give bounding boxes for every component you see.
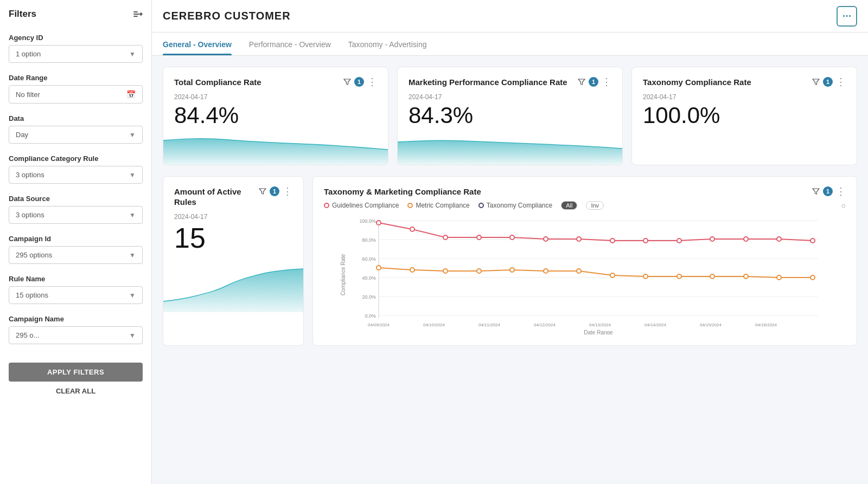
filter-label-compliance-category: Compliance Category Rule xyxy=(9,154,143,163)
svg-point-42 xyxy=(410,268,414,272)
svg-marker-3 xyxy=(141,12,143,16)
more-options-button[interactable]: ··· xyxy=(837,6,857,27)
card-chart-marketing-compliance xyxy=(398,132,622,165)
svg-point-37 xyxy=(710,237,714,241)
svg-point-30 xyxy=(477,235,481,240)
card-menu-line-chart[interactable]: ⋮ xyxy=(836,186,846,196)
filter-group-data-source: Data Source 3 options ▼ xyxy=(0,189,151,229)
card-value-taxonomy-compliance: 100.0% xyxy=(643,103,846,128)
svg-point-46 xyxy=(544,269,548,273)
svg-text:20.0%: 20.0% xyxy=(362,294,376,300)
svg-point-45 xyxy=(510,268,514,272)
dashboard: Total Compliance Rate 1 ⋮ 2024-04-17 84.… xyxy=(152,56,868,484)
filter-icon-total-compliance[interactable] xyxy=(343,78,351,86)
svg-point-48 xyxy=(610,273,615,278)
filter-group-campaign-name: Campaign Name 295 o... ▼ xyxy=(0,309,151,350)
svg-point-54 xyxy=(810,275,815,280)
apply-filters-button[interactable]: APPLY FILTERS xyxy=(9,363,143,382)
filter-select-campaign-id[interactable]: 295 options ▼ xyxy=(9,246,143,264)
filter-icon-marketing-compliance[interactable] xyxy=(578,78,585,86)
legend-label-metric: Metric Compliance xyxy=(416,202,469,209)
svg-point-51 xyxy=(710,274,714,279)
legend-item-taxonomy: Taxonomy Compliance xyxy=(478,202,552,209)
card-title-total-compliance: Total Compliance Rate xyxy=(174,77,261,88)
svg-text:04/12/2024: 04/12/2024 xyxy=(534,322,556,327)
svg-text:100.0%: 100.0% xyxy=(359,218,376,224)
filter-select-data-source[interactable]: 3 options ▼ xyxy=(9,206,143,224)
legend-dot-guidelines xyxy=(324,203,329,208)
filter-badge-taxonomy-compliance: 1 xyxy=(823,77,833,87)
filter-badge-line-chart: 1 xyxy=(823,186,833,196)
collapse-sidebar-button[interactable] xyxy=(132,9,143,20)
svg-text:04/15/2024: 04/15/2024 xyxy=(700,322,722,327)
card-chart-total-compliance xyxy=(163,132,388,165)
card-menu-taxonomy-compliance[interactable]: ⋮ xyxy=(836,77,846,87)
card-line-chart: Taxonomy & Marketing Compliance Rate 1 ⋮… xyxy=(312,176,857,346)
svg-point-29 xyxy=(443,235,448,240)
svg-point-50 xyxy=(677,274,681,279)
svg-point-53 xyxy=(777,275,781,280)
card-value-active-rules: 15 xyxy=(174,223,292,254)
sidebar: Filters Agency ID 1 option ▼ Date Range … xyxy=(0,0,152,484)
filter-select-compliance-category[interactable]: 3 options ▼ xyxy=(9,166,143,184)
svg-text:04/11/2024: 04/11/2024 xyxy=(478,322,501,327)
chevron-down-icon: ▼ xyxy=(129,251,136,259)
card-title-marketing-compliance: Marketing Performance Compliance Rate xyxy=(409,77,567,88)
sidebar-actions: APPLY FILTERS CLEAR ALL xyxy=(0,354,151,404)
filter-icon-taxonomy-compliance[interactable] xyxy=(812,78,820,86)
card-title-active-rules: Amount of Active Rules xyxy=(174,186,259,208)
tab-general-overview[interactable]: General - Overview xyxy=(163,33,232,55)
svg-text:04/10/2024: 04/10/2024 xyxy=(423,322,445,327)
card-total-compliance: Total Compliance Rate 1 ⋮ 2024-04-17 84.… xyxy=(163,67,388,165)
top-cards-row: Total Compliance Rate 1 ⋮ 2024-04-17 84.… xyxy=(163,67,857,165)
filter-icon-line-chart[interactable] xyxy=(812,188,820,195)
svg-point-52 xyxy=(744,274,748,279)
line-chart-svg: Compliance Rate 100.0% 80.0% 60.0% 40.0% xyxy=(324,215,846,334)
card-menu-active-rules[interactable]: ⋮ xyxy=(283,186,292,196)
svg-point-33 xyxy=(577,237,581,241)
filter-badge-marketing-compliance: 1 xyxy=(589,77,598,87)
filter-select-data[interactable]: Day ▼ xyxy=(9,126,143,144)
main-content: CEREBRO CUSTOMER ··· General - Overview … xyxy=(152,0,868,484)
legend-label-guidelines: Guidelines Compliance xyxy=(332,202,399,209)
card-value-marketing-compliance: 84.3% xyxy=(409,103,611,128)
svg-text:Compliance Rate: Compliance Rate xyxy=(340,254,346,295)
chart-expand-icon[interactable]: ○ xyxy=(841,201,846,210)
line-chart-container: Compliance Rate 100.0% 80.0% 60.0% 40.0% xyxy=(324,215,846,337)
svg-rect-2 xyxy=(133,16,138,17)
card-menu-total-compliance[interactable]: ⋮ xyxy=(367,77,377,87)
card-date-total-compliance: 2024-04-17 xyxy=(174,93,377,101)
legend-btn-all[interactable]: All xyxy=(561,201,577,210)
legend-dot-metric xyxy=(407,203,413,208)
card-date-marketing-compliance: 2024-04-17 xyxy=(409,93,611,101)
card-actions-taxonomy-compliance: 1 ⋮ xyxy=(812,77,846,87)
filter-icon-active-rules[interactable] xyxy=(259,188,266,195)
svg-text:0.0%: 0.0% xyxy=(365,313,376,319)
svg-point-41 xyxy=(376,266,381,270)
clear-all-button[interactable]: CLEAR ALL xyxy=(9,387,143,395)
tab-performance-overview[interactable]: Performance - Overview xyxy=(249,33,331,55)
filter-label-campaign-name: Campaign Name xyxy=(9,315,143,323)
filter-select-agency-id[interactable]: 1 option ▼ xyxy=(9,45,143,63)
svg-text:40.0%: 40.0% xyxy=(362,275,376,281)
tab-taxonomy-advertising[interactable]: Taxonomy - Advertising xyxy=(348,33,427,55)
card-menu-marketing-compliance[interactable]: ⋮ xyxy=(602,77,611,87)
card-title-line-chart: Taxonomy & Marketing Compliance Rate xyxy=(324,186,481,197)
card-date-taxonomy-compliance: 2024-04-17 xyxy=(643,93,846,101)
chevron-down-icon: ▼ xyxy=(129,211,136,219)
svg-rect-1 xyxy=(133,11,138,12)
svg-text:Date Range: Date Range xyxy=(584,330,613,334)
card-actions-active-rules: 1 ⋮ xyxy=(259,186,292,196)
legend-btn-inv[interactable]: Inv xyxy=(586,201,604,210)
svg-point-36 xyxy=(677,238,681,243)
svg-point-47 xyxy=(577,269,581,273)
svg-point-35 xyxy=(643,238,648,243)
filter-select-rule-name[interactable]: 15 options ▼ xyxy=(9,286,143,304)
filter-select-campaign-name[interactable]: 295 o... ▼ xyxy=(9,326,143,344)
legend-label-taxonomy: Taxonomy Compliance xyxy=(487,202,552,209)
filter-select-date-range[interactable]: No filter 📅 xyxy=(9,85,143,104)
filter-group-campaign-id: Campaign Id 295 options ▼ xyxy=(0,229,151,269)
bottom-row: Amount of Active Rules 1 ⋮ 2024-04-17 15 xyxy=(163,176,857,346)
card-actions-marketing-compliance: 1 ⋮ xyxy=(578,77,611,87)
card-actions-line-chart: 1 ⋮ xyxy=(812,186,846,196)
